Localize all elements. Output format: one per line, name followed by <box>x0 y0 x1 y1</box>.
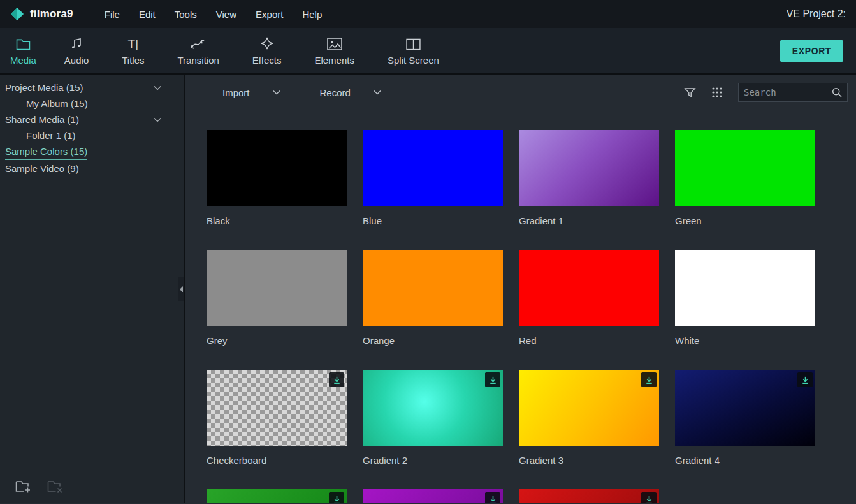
tabbar: Media Audio T| Titles Transition <box>0 28 856 75</box>
filmora-logo-icon <box>10 7 24 21</box>
titles-icon: T| <box>128 36 139 50</box>
media-item-label: Gradient 1 <box>519 214 659 228</box>
delete-folder-icon[interactable] <box>47 480 64 494</box>
media-grid: Black Blue Gradient 1 Green Grey <box>185 110 856 503</box>
media-thumbnail[interactable] <box>519 489 659 503</box>
content: Project Media (15) My Album (15) Shared … <box>0 75 856 503</box>
media-item[interactable]: Gradient 2 <box>363 370 503 468</box>
tab-transition[interactable]: Transition <box>161 28 236 73</box>
media-thumbnail[interactable] <box>519 370 659 446</box>
tab-elements[interactable]: Elements <box>298 28 371 73</box>
media-thumbnail[interactable] <box>363 370 503 446</box>
menu-item-export[interactable]: Export <box>246 4 293 24</box>
download-icon[interactable] <box>797 372 813 387</box>
media-item[interactable]: Black <box>207 130 347 228</box>
tab-label: Elements <box>314 55 354 66</box>
menu-item-edit[interactable]: Edit <box>129 4 165 24</box>
media-item[interactable]: Red <box>519 250 659 348</box>
tab-label: Audio <box>64 55 89 66</box>
search-icon[interactable] <box>832 87 842 97</box>
media-thumbnail[interactable] <box>363 250 503 326</box>
media-thumbnail[interactable] <box>519 130 659 206</box>
tree-item-label: Shared Media (1) <box>5 112 79 127</box>
folder-icon <box>16 36 31 50</box>
search-input[interactable] <box>740 85 832 100</box>
collapse-left-icon <box>180 286 183 292</box>
media-thumbnail[interactable] <box>675 250 815 326</box>
media-item[interactable]: White <box>675 250 815 348</box>
media-thumbnail[interactable] <box>519 250 659 326</box>
record-label: Record <box>320 87 351 98</box>
media-thumbnail[interactable] <box>675 370 815 446</box>
media-thumbnail[interactable] <box>363 130 503 206</box>
app-name: filmora9 <box>30 8 73 20</box>
media-tree: Project Media (15) My Album (15) Shared … <box>0 75 184 176</box>
sidebar-collapse-handle[interactable] <box>178 277 184 301</box>
grid-view-icon[interactable] <box>711 87 723 98</box>
media-item[interactable] <box>519 489 659 503</box>
media-toolbar: Import Record <box>185 75 856 110</box>
tree-item[interactable]: Sample Colors (15) <box>0 143 184 161</box>
tab-label: Split Screen <box>388 55 439 66</box>
tab-media[interactable]: Media <box>4 28 48 73</box>
record-dropdown[interactable]: Record <box>320 87 381 98</box>
tree-item[interactable]: Sample Video (9) <box>0 161 184 176</box>
chevron-down-icon <box>273 90 280 95</box>
export-button[interactable]: EXPORT <box>780 40 843 62</box>
download-icon[interactable] <box>641 492 657 503</box>
tree-item-label: Sample Video (9) <box>5 161 79 176</box>
media-item[interactable]: Gradient 3 <box>519 370 659 468</box>
tree-item-label: My Album (15) <box>26 96 88 111</box>
chevron-down-icon[interactable] <box>154 85 161 90</box>
tab-label: Effects <box>252 55 282 66</box>
media-item-label: Red <box>519 334 659 348</box>
media-item[interactable] <box>363 489 503 503</box>
menu-item-help[interactable]: Help <box>293 4 331 24</box>
media-item-label: Gradient 4 <box>675 454 815 468</box>
media-thumbnail[interactable] <box>207 370 347 446</box>
download-icon[interactable] <box>329 492 344 503</box>
media-item[interactable]: Green <box>675 130 815 228</box>
menu-item-tools[interactable]: Tools <box>165 4 207 24</box>
media-item[interactable]: Gradient 4 <box>675 370 815 468</box>
media-item-label: Black <box>207 214 347 228</box>
media-item[interactable] <box>207 489 347 503</box>
tab-split-screen[interactable]: Split Screen <box>371 28 456 73</box>
download-icon[interactable] <box>485 372 500 387</box>
filter-icon[interactable] <box>684 87 696 99</box>
tree-item[interactable]: Project Media (15) <box>0 80 184 96</box>
media-thumbnail[interactable] <box>207 489 347 503</box>
download-icon[interactable] <box>485 492 500 503</box>
media-thumbnail[interactable] <box>675 130 815 206</box>
tab-label: Transition <box>178 55 219 66</box>
media-item[interactable]: Grey <box>207 250 347 348</box>
tree-item[interactable]: My Album (15) <box>0 96 184 112</box>
media-item[interactable]: Orange <box>363 250 503 348</box>
media-thumbnail[interactable] <box>207 130 347 206</box>
sidebar-footer <box>0 472 184 503</box>
project-title: VE Project 2: <box>787 8 846 20</box>
menu-item-file[interactable]: File <box>95 4 129 24</box>
tab-effects[interactable]: Effects <box>236 28 298 73</box>
menubar: filmora9 FileEditToolsViewExportHelp VE … <box>0 0 856 28</box>
download-icon[interactable] <box>329 372 344 387</box>
media-item[interactable]: Checkerboard <box>207 370 347 468</box>
tab-titles[interactable]: T| Titles <box>105 28 161 73</box>
tree-item-label: Sample Colors (15) <box>5 144 87 160</box>
tree-item[interactable]: Shared Media (1) <box>0 112 184 127</box>
tab-audio[interactable]: Audio <box>48 28 105 73</box>
media-item-label: Grey <box>207 334 347 348</box>
media-item[interactable]: Blue <box>363 130 503 228</box>
chevron-down-icon <box>374 90 381 95</box>
media-item-label: Gradient 2 <box>363 454 503 468</box>
chevron-down-icon[interactable] <box>154 117 161 122</box>
menu-item-view[interactable]: View <box>207 4 246 24</box>
media-thumbnail[interactable] <box>363 489 503 503</box>
media-item[interactable]: Gradient 1 <box>519 130 659 228</box>
tree-item[interactable]: Folder 1 (1) <box>0 127 184 143</box>
media-thumbnail[interactable] <box>207 250 347 326</box>
add-folder-icon[interactable] <box>15 480 32 494</box>
import-dropdown[interactable]: Import <box>222 87 280 98</box>
media-item-label: Blue <box>363 214 503 228</box>
download-icon[interactable] <box>641 372 657 387</box>
